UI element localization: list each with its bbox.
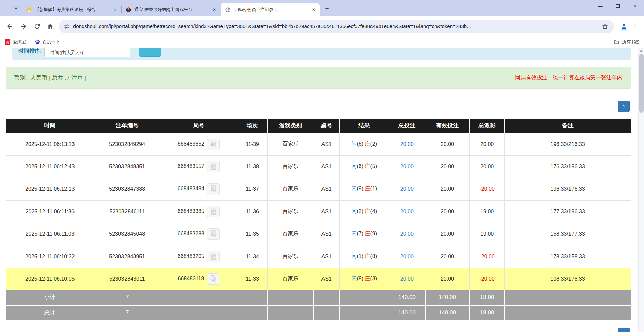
tab-tongbao[interactable]: 通宝-信誉最好的网上游戏平台 ✕ (121, 3, 221, 16)
sort-select[interactable]: 时间(由大到小) (44, 48, 117, 57)
cell-remark: 178.33/158.33 (504, 245, 631, 268)
cell-time: 2025-12-11 06:12:43 (6, 155, 94, 178)
round-id: 668483288 (178, 231, 204, 236)
table-row: 2025-12-11 06:10:05523032843011668483118… (6, 268, 631, 290)
video-replay-button[interactable] (207, 161, 220, 172)
player-result: 闲 (352, 231, 357, 236)
banker-score: (5) (370, 163, 377, 169)
col-valid-bet: 有效投注 (425, 119, 469, 133)
tab-close-icon[interactable]: ✕ (112, 7, 118, 13)
back-button[interactable] (4, 21, 16, 32)
player-result: 闲 (352, 141, 357, 147)
tab-forum[interactable]: 【新提醒】海燕策略论坛 - 综合 ✕ (22, 3, 121, 16)
subtotal-label: 小计 (6, 290, 94, 305)
cell-result: 闲(1) 庄(8) (340, 245, 389, 268)
video-replay-button[interactable] (207, 183, 220, 195)
banker-score: (4) (370, 208, 377, 214)
cell-total-bet[interactable]: 20.00 (389, 223, 425, 245)
player-score: (7) (357, 231, 364, 236)
cell-valid-bet: 20.00 (425, 245, 469, 268)
scrollbar-up-arrow-icon[interactable] (640, 50, 643, 52)
cell-total-bet[interactable]: 20.00 (389, 133, 425, 155)
cell-total-bet[interactable]: 20.00 (389, 155, 425, 178)
pagination: 1 (0, 101, 630, 112)
tab-search-chevron-icon[interactable] (11, 4, 21, 13)
player-score: (6) (357, 163, 364, 169)
bookmark-label: 百度一下 (43, 39, 60, 45)
table-row: 2025-12-11 06:11:36523032846111668483385… (6, 200, 631, 223)
browser-menu-dots-icon[interactable]: ⋮ (631, 21, 639, 32)
taobao-icon: 淘 (5, 39, 10, 45)
bookmark-star-icon[interactable] (600, 22, 610, 31)
cell-result: 闲(6) 庄(2) (340, 133, 389, 155)
cell-total-bet[interactable]: 20.00 (389, 200, 425, 223)
minimize-button[interactable]: — (592, 0, 609, 12)
sort-label: 时间排序: (18, 48, 42, 55)
forward-button[interactable] (18, 21, 29, 32)
page-1-button[interactable]: 1 (618, 101, 630, 112)
cell-total-bet[interactable]: 20.00 (389, 178, 425, 200)
cell-total-bet[interactable]: 20.00 (389, 268, 425, 290)
player-result: 闲 (352, 208, 357, 214)
subtotal-count: 7 (94, 290, 160, 305)
cell-valid-bet: 20.00 (425, 178, 469, 200)
banker-score: (2) (370, 141, 377, 147)
cell-round: 668483118 (160, 268, 237, 290)
cell-time: 2025-12-11 06:11:36 (6, 200, 94, 223)
cell-game: 百家乐 (268, 178, 313, 200)
cell-table-no: AS1 (313, 223, 340, 245)
table-row: 2025-12-11 06:11:03523032845048668483288… (6, 223, 631, 245)
cell-table-no: AS1 (313, 268, 340, 290)
cell-session: 11-39 (237, 133, 267, 155)
table-footer: 小计 7 140.00 140.00 18.00 总计 7 140.00 140… (6, 290, 631, 320)
tab-title: 【新提醒】海燕策略论坛 - 综合 (35, 7, 112, 13)
new-tab-button[interactable]: + (322, 4, 332, 13)
cell-remark: 158.33/177.33 (504, 223, 631, 245)
tab-bet-records-active[interactable]: :::视讯 会员下注纪录::: ✕ (221, 3, 320, 16)
total-valid-bet: 140.00 (425, 305, 469, 320)
video-replay-button[interactable] (207, 206, 220, 217)
tongbao-favicon (126, 7, 131, 13)
cell-bet-id: 523032845048 (94, 223, 160, 245)
address-bar[interactable]: dongshouji.com/ipl/portal.php/game/betre… (59, 20, 614, 33)
sort-select-addon[interactable] (117, 48, 130, 57)
profile-avatar-icon[interactable] (618, 21, 629, 32)
subtotal-row: 小计 7 140.00 140.00 18.00 (6, 290, 631, 305)
cell-session: 11-33 (237, 268, 267, 290)
round-id: 668483385 (178, 208, 204, 214)
cell-time: 2025-12-11 06:11:03 (6, 223, 94, 245)
tab-title: :::视讯 会员下注纪录::: (234, 7, 311, 13)
url-text[interactable]: dongshouji.com/ipl/portal.php/game/betre… (73, 23, 600, 29)
bookmark-taobao[interactable]: 淘 爱淘宝 (5, 39, 26, 45)
video-replay-button[interactable] (207, 251, 220, 262)
cell-total-bet[interactable]: 20.00 (389, 245, 425, 268)
tab-close-icon[interactable]: ✕ (311, 7, 317, 13)
video-replay-button[interactable] (207, 273, 219, 285)
total-total-bet: 140.00 (389, 305, 425, 320)
vertical-scrollbar[interactable] (638, 48, 644, 332)
maximize-button[interactable] (609, 0, 627, 12)
reload-button[interactable] (31, 21, 43, 32)
search-button[interactable] (139, 48, 161, 57)
close-button[interactable]: ✕ (627, 0, 644, 12)
video-replay-button[interactable] (207, 139, 220, 150)
cell-table-no: AS1 (313, 178, 340, 200)
bookmark-baidu[interactable]: 百度一下 (35, 39, 60, 45)
browser-toolbar: dongshouji.com/ipl/portal.php/game/betre… (0, 16, 644, 36)
site-info-tune-icon[interactable] (64, 23, 70, 30)
player-score: (2) (357, 208, 364, 214)
home-button[interactable] (45, 21, 56, 32)
video-replay-button[interactable] (207, 228, 220, 240)
all-bookmarks-button[interactable]: 所有书签 (609, 39, 639, 45)
cell-bet-id: 523032847388 (94, 178, 160, 200)
col-table: 桌号 (313, 119, 340, 133)
cell-table-no: AS1 (313, 245, 340, 268)
tab-close-icon[interactable]: ✕ (211, 7, 217, 13)
scrollbar-thumb[interactable] (639, 54, 644, 113)
cell-bet-id: 523032846111 (94, 200, 160, 223)
cell-game: 百家乐 (268, 133, 313, 155)
page-1-button-bottom-partial[interactable] (618, 328, 630, 332)
player-score: (9) (357, 186, 364, 191)
cell-bet-id: 523032848351 (94, 155, 160, 178)
cell-table-no: AS1 (313, 155, 340, 178)
